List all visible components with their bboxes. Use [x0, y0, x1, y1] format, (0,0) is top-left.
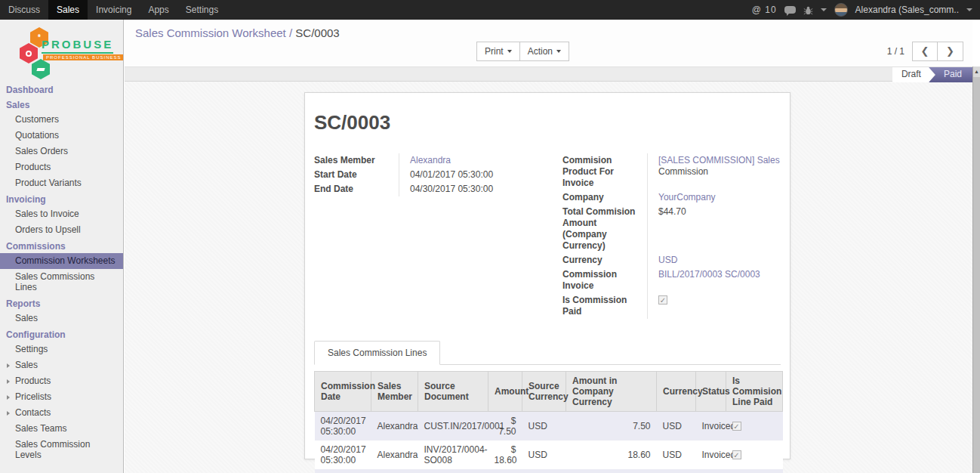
tab-sales-commission-lines[interactable]: Sales Commission Lines: [314, 341, 440, 365]
probuse-logo: * PROBUSE PROFESSIONAL BUSINESS: [0, 26, 123, 82]
expand-icon: [7, 363, 10, 368]
sidebar-item-customers[interactable]: Customers: [0, 112, 123, 128]
value-commission-product-link[interactable]: [SALES COMMISSION] Sales: [658, 155, 780, 165]
menu-sales[interactable]: Sales: [48, 0, 88, 20]
sidebar-section-sales[interactable]: Sales: [0, 97, 123, 112]
expand-icon: [7, 395, 10, 400]
value-commission-invoice-link[interactable]: BILL/2017/0003 SC/0003: [658, 269, 760, 280]
breadcrumb-parent-link[interactable]: Sales Commission Worksheet: [135, 26, 286, 39]
menu-discuss[interactable]: Discuss: [0, 0, 48, 20]
sidebar-section-commissions[interactable]: Commissions: [0, 238, 123, 253]
commission-line-row[interactable]: 04/20/2017 05:30:00 Alexandra INV/2017/0…: [315, 441, 783, 469]
label-is-commission-paid: Is Commission Paid: [562, 293, 647, 319]
messages-icon[interactable]: [784, 6, 796, 14]
sidebar-item-config-sales[interactable]: Sales: [0, 357, 123, 373]
is-commission-paid-checkbox: ✓: [658, 295, 667, 305]
label-company: Company: [562, 190, 647, 205]
label-currency: Currency: [562, 253, 647, 267]
label-commission-invoice: Commission Invoice: [562, 267, 647, 293]
sidebar-item-config-contacts[interactable]: Contacts: [0, 405, 123, 421]
debug-caret-icon[interactable]: [821, 8, 827, 11]
print-caret-icon: [507, 50, 512, 53]
pager-previous-button[interactable]: ❮: [912, 42, 938, 61]
pager-count: 1 / 1: [887, 46, 904, 57]
action-buttons: Print Action: [476, 42, 569, 61]
user-menu[interactable]: Alexandra (Sales_comm..: [855, 5, 959, 15]
pager: 1 / 1 ❮ ❯: [887, 42, 963, 61]
sidebar-section-configuration[interactable]: Configuration: [0, 326, 123, 342]
logo-hex-cap-icon: [32, 59, 50, 79]
scroll-up-icon[interactable]: ▲: [973, 66, 980, 77]
sidebar-item-sales-commission-levels[interactable]: Sales Commission Levels: [0, 437, 123, 463]
print-button[interactable]: Print: [476, 42, 520, 61]
label-commission-product: Commision Product For Invoice: [562, 153, 647, 190]
col-source-document: Source Document: [418, 372, 488, 412]
commission-line-row[interactable]: 04/20/2017 05:30:00 Alexandra CUST.IN/20…: [315, 412, 783, 441]
sidebar-item-products[interactable]: Products: [0, 159, 123, 175]
col-company-amount: Amount in Company Currency: [566, 372, 657, 412]
pager-next-button[interactable]: ❯: [938, 42, 963, 61]
vertical-scrollbar[interactable]: ▲: [972, 66, 980, 473]
field-group-left: Sales Member Alexandra Start Date 04/01/…: [314, 153, 547, 319]
field-group-right: Commision Product For Invoice [SALES COM…: [547, 153, 781, 319]
menu-invoicing[interactable]: Invoicing: [88, 0, 140, 20]
value-currency-link[interactable]: USD: [658, 255, 677, 265]
col-sales-member: Sales Member: [371, 372, 418, 412]
label-sales-member: Sales Member: [314, 153, 399, 168]
sidebar-item-config-products[interactable]: Products: [0, 373, 123, 389]
sidebar-section-reports[interactable]: Reports: [0, 295, 123, 311]
user-avatar[interactable]: [834, 3, 848, 17]
field-groups: Sales Member Alexandra Start Date 04/01/…: [314, 153, 781, 319]
sidebar-item-reports-sales[interactable]: Sales: [0, 311, 123, 326]
logo-title: PROBUSE: [42, 38, 113, 54]
menu-apps[interactable]: Apps: [140, 0, 177, 20]
commission-lines-table: Commission Date Sales Member Source Docu…: [314, 371, 783, 473]
action-button[interactable]: Action: [520, 42, 569, 61]
sidebar-item-sales-commissions-lines[interactable]: Sales Commissions Lines: [0, 269, 123, 295]
user-menu-caret-icon[interactable]: [966, 8, 972, 11]
commission-line-row[interactable]: 04/20/2017 10:35:53 Alexandra SO008 $ 18…: [315, 469, 783, 473]
col-amount: Amount: [488, 372, 522, 412]
col-line-paid: Is Commision Line Paid: [726, 372, 783, 412]
value-commission-product: [SALES COMMISSION] Sales Commission: [647, 153, 781, 190]
mentions-counter[interactable]: @ 10: [752, 5, 777, 15]
line-paid-checkbox: ✓: [732, 422, 741, 431]
form-sheet: SC/0003 Sales Member Alexandra Start Dat…: [304, 92, 790, 459]
label-total-commission: Total Commision Amount (Company Currency…: [562, 205, 647, 253]
sidebar-item-config-pricelists[interactable]: Pricelists: [0, 389, 123, 405]
breadcrumb-separator: /: [289, 26, 292, 39]
debug-icon[interactable]: [803, 5, 813, 15]
sidebar-item-commission-worksheets[interactable]: Commission Worksheets: [0, 253, 123, 269]
value-end-date: 04/30/2017 05:30:00: [399, 182, 547, 196]
sidebar-section-invoicing[interactable]: Invoicing: [0, 191, 123, 206]
line-paid-checkbox: ✓: [732, 450, 741, 459]
value-sales-member-link[interactable]: Alexandra: [410, 155, 451, 165]
record-title: SC/0003: [314, 111, 781, 134]
value-total-commission: $44.70: [647, 205, 781, 253]
control-panel: Sales Commission Worksheet / SC/0003 Pri…: [125, 20, 972, 66]
value-start-date: 04/01/2017 05:30:00: [399, 168, 547, 182]
col-currency: Currency: [657, 372, 696, 412]
top-navbar: Discuss Sales Invoicing Apps Settings @ …: [0, 0, 980, 20]
value-company-link[interactable]: YourCompany: [658, 192, 716, 202]
sidebar-item-orders-to-upsell[interactable]: Orders to Upsell: [0, 222, 123, 238]
status-paid: Paid: [929, 67, 972, 82]
sidebar-item-settings[interactable]: Settings: [0, 342, 123, 357]
logo-hex-magnifier-icon: [20, 43, 38, 63]
sidebar-section-dashboard[interactable]: Dashboard: [0, 82, 123, 97]
sidebar-item-sales-to-invoice[interactable]: Sales to Invoice: [0, 206, 123, 222]
sidebar-item-quotations[interactable]: Quotations: [0, 128, 123, 144]
sidebar-item-sales-orders[interactable]: Sales Orders: [0, 144, 123, 159]
menu-settings[interactable]: Settings: [177, 0, 227, 20]
status-draft[interactable]: Draft: [892, 67, 935, 82]
label-end-date: End Date: [314, 182, 399, 196]
action-caret-icon: [556, 50, 561, 53]
col-commission-date: Commission Date: [315, 372, 371, 412]
sidebar-item-sales-teams[interactable]: Sales Teams: [0, 421, 123, 437]
sidebar-item-product-variants[interactable]: Product Variants: [0, 175, 123, 191]
systray: @ 10 Alexandra (Sales_comm..: [752, 3, 980, 17]
sidebar: * PROBUSE PROFESSIONAL BUSINESS Dashboar…: [0, 20, 124, 473]
statusbar: Draft Paid: [125, 66, 972, 82]
expand-icon: [7, 411, 10, 416]
breadcrumb-current: SC/0003: [295, 26, 339, 39]
